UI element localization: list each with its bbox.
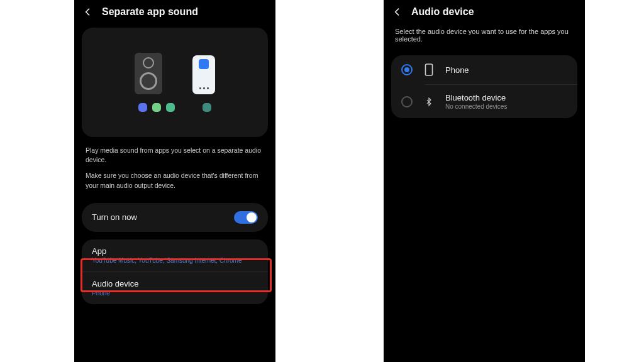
header: Audio device xyxy=(384,0,585,23)
description-text: Play media sound from apps you select on… xyxy=(74,142,275,198)
speaker-icon xyxy=(135,53,162,94)
back-icon[interactable] xyxy=(83,7,93,17)
app-row[interactable]: App YouTube Music, YouTube, Samsung Inte… xyxy=(82,239,268,272)
description-line-1: Play media sound from apps you select on… xyxy=(86,146,264,165)
turn-on-now-row[interactable]: Turn on now xyxy=(82,203,268,232)
page-title: Separate app sound xyxy=(102,6,198,18)
option-label: Phone xyxy=(445,65,469,75)
option-phone[interactable]: Phone xyxy=(391,55,577,84)
description-line-2: Make sure you choose an audio device tha… xyxy=(86,171,264,190)
option-sublabel: No connected devices xyxy=(445,103,507,110)
app-row-value: YouTube Music, YouTube, Samsung Internet… xyxy=(92,257,258,264)
header: Separate app sound xyxy=(74,0,275,23)
audio-device-row[interactable]: Audio device Phone xyxy=(82,272,268,304)
instruction-text: Select the audio device you want to use … xyxy=(384,23,585,47)
illustration-card xyxy=(82,28,268,137)
svg-rect-0 xyxy=(426,64,433,75)
device-option-list: Phone Bluetooth device No connected devi… xyxy=(391,55,577,118)
app-chips xyxy=(138,103,211,112)
radio-unselected-icon[interactable] xyxy=(401,96,413,107)
option-label: Bluetooth device xyxy=(445,93,507,102)
app-row-title: App xyxy=(92,246,258,256)
back-icon[interactable] xyxy=(392,7,402,17)
screen-separate-app-sound: Separate app sound Play media sound from… xyxy=(74,0,275,362)
bluetooth-icon xyxy=(423,96,435,108)
toggle-label: Turn on now xyxy=(92,212,137,222)
phone-illustration-icon xyxy=(192,55,215,94)
radio-selected-icon[interactable] xyxy=(401,64,413,75)
phone-icon xyxy=(423,63,435,76)
page-title: Audio device xyxy=(411,6,474,18)
audio-device-row-title: Audio device xyxy=(92,279,258,288)
audio-device-row-value: Phone xyxy=(92,290,258,297)
option-bluetooth[interactable]: Bluetooth device No connected devices xyxy=(391,85,577,118)
toggle-switch[interactable] xyxy=(234,211,258,224)
screen-audio-device: Audio device Select the audio device you… xyxy=(384,0,585,362)
settings-list: App YouTube Music, YouTube, Samsung Inte… xyxy=(82,239,268,304)
